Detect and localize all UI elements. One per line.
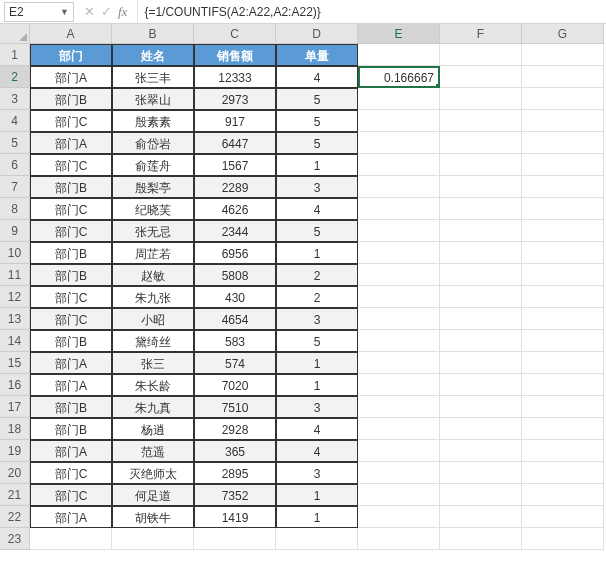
row-header-15[interactable]: 15 [0,352,30,374]
cell-F12[interactable] [440,286,522,308]
row-header-23[interactable]: 23 [0,528,30,550]
cell-A4[interactable]: 部门C [30,110,112,132]
cell-E21[interactable] [358,484,440,506]
row-header-14[interactable]: 14 [0,330,30,352]
cell-D11[interactable]: 2 [276,264,358,286]
cell-A9[interactable]: 部门C [30,220,112,242]
cell-A23[interactable] [30,528,112,550]
cell-C9[interactable]: 2344 [194,220,276,242]
cell-C4[interactable]: 917 [194,110,276,132]
cell-C16[interactable]: 7020 [194,374,276,396]
cell-F19[interactable] [440,440,522,462]
cell-G5[interactable] [522,132,604,154]
cell-A22[interactable]: 部门A [30,506,112,528]
col-header-A[interactable]: A [30,24,112,44]
name-box[interactable]: E2 ▼ [4,2,74,22]
chevron-down-icon[interactable]: ▼ [60,7,69,17]
col-header-B[interactable]: B [112,24,194,44]
cell-G21[interactable] [522,484,604,506]
cell-B7[interactable]: 殷梨亭 [112,176,194,198]
cell-B18[interactable]: 杨逍 [112,418,194,440]
cell-D16[interactable]: 1 [276,374,358,396]
row-header-6[interactable]: 6 [0,154,30,176]
cell-G12[interactable] [522,286,604,308]
cell-D4[interactable]: 5 [276,110,358,132]
cell-C23[interactable] [194,528,276,550]
cell-A16[interactable]: 部门A [30,374,112,396]
row-header-16[interactable]: 16 [0,374,30,396]
cell-C21[interactable]: 7352 [194,484,276,506]
cell-C3[interactable]: 2973 [194,88,276,110]
cell-B3[interactable]: 张翠山 [112,88,194,110]
cell-B20[interactable]: 灭绝师太 [112,462,194,484]
cell-E1[interactable] [358,44,440,66]
cell-E18[interactable] [358,418,440,440]
cell-A20[interactable]: 部门C [30,462,112,484]
row-header-21[interactable]: 21 [0,484,30,506]
row-header-22[interactable]: 22 [0,506,30,528]
cell-A10[interactable]: 部门B [30,242,112,264]
cell-A17[interactable]: 部门B [30,396,112,418]
cell-D7[interactable]: 3 [276,176,358,198]
cell-C5[interactable]: 6447 [194,132,276,154]
cell-C12[interactable]: 430 [194,286,276,308]
col-header-G[interactable]: G [522,24,604,44]
cell-F9[interactable] [440,220,522,242]
cell-D13[interactable]: 3 [276,308,358,330]
cell-A2[interactable]: 部门A [30,66,112,88]
cell-D22[interactable]: 1 [276,506,358,528]
cell-F1[interactable] [440,44,522,66]
row-header-5[interactable]: 5 [0,132,30,154]
cell-B22[interactable]: 胡铁牛 [112,506,194,528]
table-header-name[interactable]: 姓名 [112,44,194,66]
row-header-3[interactable]: 3 [0,88,30,110]
cell-B12[interactable]: 朱九张 [112,286,194,308]
cell-G13[interactable] [522,308,604,330]
cell-G19[interactable] [522,440,604,462]
cell-F7[interactable] [440,176,522,198]
cell-G15[interactable] [522,352,604,374]
cell-D20[interactable]: 3 [276,462,358,484]
cell-E7[interactable] [358,176,440,198]
cell-A6[interactable]: 部门C [30,154,112,176]
table-header-dept[interactable]: 部门 [30,44,112,66]
cell-D2[interactable]: 4 [276,66,358,88]
cell-F8[interactable] [440,198,522,220]
cell-E15[interactable] [358,352,440,374]
cell-D18[interactable]: 4 [276,418,358,440]
cell-D12[interactable]: 2 [276,286,358,308]
cell-E5[interactable] [358,132,440,154]
cell-E3[interactable] [358,88,440,110]
cell-E6[interactable] [358,154,440,176]
cancel-icon[interactable]: ✕ [84,4,95,19]
cell-D5[interactable]: 5 [276,132,358,154]
cell-G11[interactable] [522,264,604,286]
cell-G18[interactable] [522,418,604,440]
cell-D21[interactable]: 1 [276,484,358,506]
cell-F11[interactable] [440,264,522,286]
cell-E9[interactable] [358,220,440,242]
cell-F5[interactable] [440,132,522,154]
cell-A13[interactable]: 部门C [30,308,112,330]
cell-F14[interactable] [440,330,522,352]
cell-C2[interactable]: 12333 [194,66,276,88]
cell-F4[interactable] [440,110,522,132]
cell-C14[interactable]: 583 [194,330,276,352]
cell-B14[interactable]: 黛绮丝 [112,330,194,352]
cell-B21[interactable]: 何足道 [112,484,194,506]
cell-B11[interactable]: 赵敏 [112,264,194,286]
cell-C20[interactable]: 2895 [194,462,276,484]
cell-B2[interactable]: 张三丰 [112,66,194,88]
cell-E16[interactable] [358,374,440,396]
row-header-1[interactable]: 1 [0,44,30,66]
cell-D6[interactable]: 1 [276,154,358,176]
row-header-19[interactable]: 19 [0,440,30,462]
cell-D10[interactable]: 1 [276,242,358,264]
cell-A3[interactable]: 部门B [30,88,112,110]
col-header-D[interactable]: D [276,24,358,44]
row-header-10[interactable]: 10 [0,242,30,264]
cell-A14[interactable]: 部门B [30,330,112,352]
cell-F13[interactable] [440,308,522,330]
cell-E13[interactable] [358,308,440,330]
cell-A19[interactable]: 部门A [30,440,112,462]
